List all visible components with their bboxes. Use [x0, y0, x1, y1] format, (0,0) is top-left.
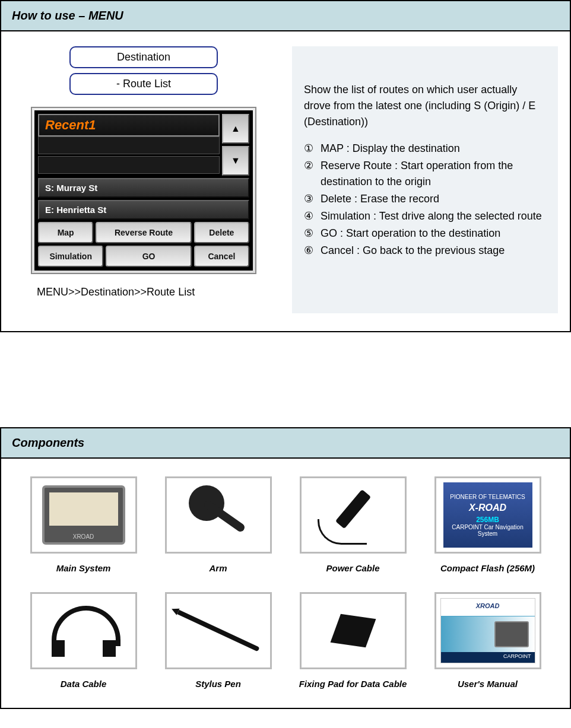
delete-button[interactable]: Delete — [194, 222, 249, 243]
component-main-system: Main System — [22, 476, 145, 586]
reverse-route-button[interactable]: Reverse Route — [96, 222, 191, 243]
howto-panel: How to use – MENU Destination - Route Li… — [0, 0, 571, 332]
description-box: Show the list of routes on which user ac… — [292, 46, 558, 313]
manual-image: XROAD CARPOINT — [434, 592, 541, 669]
component-manual: XROAD CARPOINT User's Manual — [426, 592, 549, 702]
origin-row: S: Murray St — [38, 178, 249, 198]
power-cable-image — [300, 476, 407, 554]
components-title: Components — [1, 428, 570, 459]
arm-image — [165, 476, 272, 554]
components-panel: Components Main System Arm Power Cable P… — [0, 427, 571, 709]
fixing-pad-image — [300, 592, 407, 669]
desc-item-6: Cancel : Go back to the previous stage — [321, 243, 505, 259]
desc-item-4: Simulation : Test drive along the select… — [321, 208, 542, 224]
data-cable-image — [30, 592, 137, 669]
component-stylus: Stylus Pen — [157, 592, 280, 702]
compact-flash-image: PIONEER OF TELEMATICS X-ROAD 256MB CARPO… — [434, 476, 541, 554]
simulation-button[interactable]: Simulation — [38, 246, 103, 267]
desc-item-2: Reserve Route : Start operation from the… — [321, 158, 546, 190]
stylus-image — [165, 592, 272, 669]
component-arm: Arm — [157, 476, 280, 586]
description-intro: Show the list of routes on which user ac… — [304, 82, 546, 130]
destination-row: E: Henrietta St — [38, 200, 249, 220]
map-button[interactable]: Map — [38, 222, 93, 243]
destination-pill: Destination — [69, 46, 218, 68]
component-power-cable: Power Cable — [291, 476, 414, 586]
route-list-pill: - Route List — [69, 73, 218, 95]
list-item[interactable] — [38, 156, 220, 174]
desc-item-1: MAP : Display the destination — [321, 141, 460, 157]
breadcrumb: MENU>>Destination>>Route List — [13, 286, 274, 298]
desc-item-5: GO : Start operation to the destination — [321, 225, 500, 241]
desc-item-3: Delete : Erase the record — [321, 191, 439, 207]
scroll-up-icon[interactable]: ▲ — [222, 114, 249, 144]
component-fixing-pad: Fixing Pad for Data Cable — [291, 592, 414, 702]
cancel-button[interactable]: Cancel — [194, 246, 249, 267]
device-screenshot: Recent1 ▲ ▼ S: Murray St E: Henrietta St — [31, 107, 256, 274]
howto-title: How to use – MENU — [1, 1, 570, 31]
scroll-down-icon[interactable]: ▼ — [222, 146, 249, 176]
component-compact-flash: PIONEER OF TELEMATICS X-ROAD 256MB CARPO… — [426, 476, 549, 586]
component-data-cable: Data Cable — [22, 592, 145, 702]
main-system-image — [30, 476, 137, 554]
go-button[interactable]: GO — [106, 246, 191, 267]
list-item[interactable] — [38, 136, 220, 154]
recent-label[interactable]: Recent1 — [38, 114, 220, 136]
